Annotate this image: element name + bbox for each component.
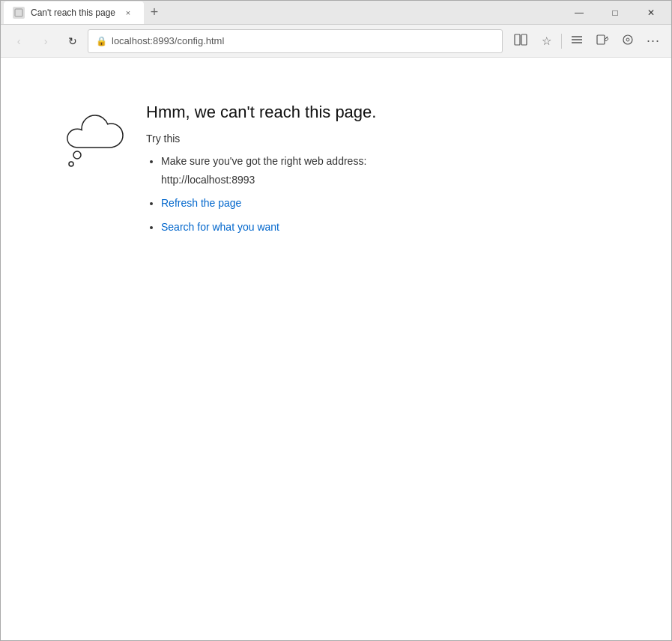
- minimize-button[interactable]: —: [562, 1, 596, 25]
- tab-page-icon: [13, 7, 25, 19]
- svg-rect-0: [15, 9, 22, 16]
- page-content: Hmm, we can't reach this page. Try this …: [1, 58, 671, 640]
- svg-point-11: [69, 162, 73, 166]
- reader-view-button[interactable]: [509, 29, 533, 53]
- suggestion-list: Make sure you've got the right web addre…: [146, 152, 376, 237]
- svg-point-9: [626, 38, 629, 41]
- more-icon: ···: [647, 33, 660, 49]
- close-button[interactable]: ✕: [634, 1, 668, 25]
- svg-rect-6: [597, 35, 605, 44]
- toolbar-icons: ☆: [509, 29, 665, 53]
- title-bar: Can't reach this page × + — □ ✕: [1, 1, 671, 25]
- back-icon: ‹: [17, 35, 21, 47]
- address-lock-icon: 🔒: [96, 36, 107, 46]
- navigation-bar: ‹ › ↻ 🔒 localhost:8993/config.html ☆: [1, 25, 671, 58]
- svg-point-10: [73, 151, 81, 159]
- hub-button[interactable]: [565, 29, 589, 53]
- refresh-button[interactable]: ↻: [61, 29, 85, 53]
- address-text: localhost:8993/config.html: [112, 35, 494, 46]
- share-icon: [621, 34, 635, 48]
- search-link[interactable]: Search for what you want: [161, 221, 279, 233]
- suggestion-address-value: http://localhost:8993: [161, 171, 376, 189]
- window-controls: — □ ✕: [562, 1, 668, 25]
- toolbar-separator: [561, 34, 562, 49]
- tab-title: Can't reach this page: [31, 7, 115, 18]
- error-heading: Hmm, we can't reach this page.: [146, 103, 376, 122]
- tab-close-button[interactable]: ×: [121, 6, 135, 19]
- error-container: Hmm, we can't reach this page. Try this …: [61, 103, 376, 241]
- share-button[interactable]: [616, 29, 640, 53]
- suggestion-item-refresh[interactable]: Refresh the page: [161, 194, 376, 213]
- web-note-icon: [596, 34, 609, 48]
- browser-tab[interactable]: Can't reach this page ×: [4, 1, 144, 24]
- more-button[interactable]: ···: [641, 29, 665, 53]
- reader-view-icon: [514, 34, 527, 48]
- svg-point-8: [623, 35, 632, 44]
- suggestion-item-address: Make sure you've got the right web addre…: [161, 152, 376, 189]
- forward-icon: ›: [44, 35, 48, 47]
- maximize-button[interactable]: □: [598, 1, 632, 25]
- refresh-icon: ↻: [68, 35, 77, 47]
- refresh-link[interactable]: Refresh the page: [161, 197, 241, 209]
- back-button[interactable]: ‹: [7, 29, 31, 53]
- suggestion-item-search[interactable]: Search for what you want: [161, 218, 376, 237]
- forward-button[interactable]: ›: [34, 29, 58, 53]
- new-tab-button[interactable]: +: [144, 2, 165, 23]
- error-text-block: Hmm, we can't reach this page. Try this …: [146, 103, 376, 241]
- favorites-button[interactable]: ☆: [534, 29, 558, 53]
- hub-icon: [570, 34, 584, 48]
- cloud-illustration: [61, 110, 128, 173]
- favorites-star-icon: ☆: [542, 34, 551, 48]
- browser-window: Can't reach this page × + — □ ✕ ‹ › ↻ 🔒 …: [0, 0, 672, 641]
- svg-rect-2: [521, 34, 527, 45]
- svg-rect-1: [515, 34, 520, 45]
- web-note-button[interactable]: [590, 29, 614, 53]
- address-bar[interactable]: 🔒 localhost:8993/config.html: [88, 29, 503, 53]
- try-this-label: Try this: [146, 133, 376, 145]
